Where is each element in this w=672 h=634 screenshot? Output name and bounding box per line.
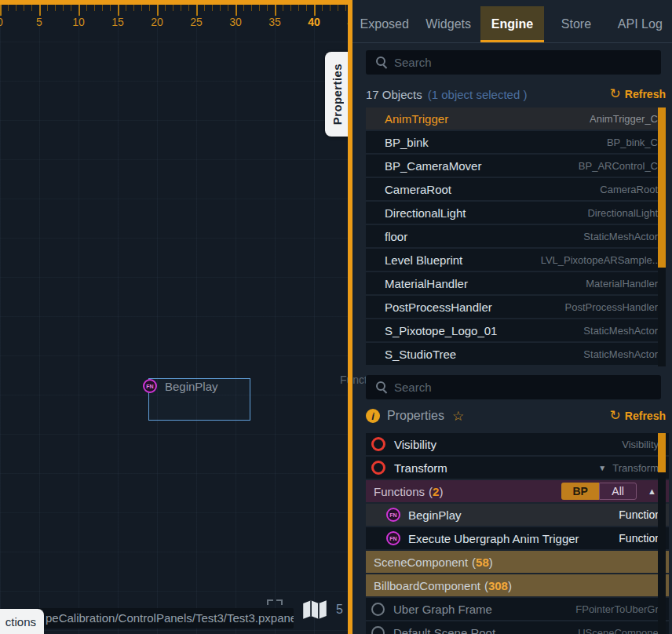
- ruler: 0 5 10 15 20 25 30 35 40 45: [0, 16, 352, 30]
- object-row[interactable]: Level Blueprint LVL_PixotopeARSample..: [366, 249, 666, 271]
- ruler-label: 15: [111, 16, 124, 28]
- refresh-icon: ↻: [610, 89, 621, 100]
- property-circle-icon: [371, 603, 385, 616]
- graph-canvas[interactable]: 0 5 10 15 20 25 30 35 40 45 FN BeginPlay…: [0, 0, 352, 634]
- refresh-icon: ↻: [610, 410, 621, 421]
- object-row[interactable]: BP_CameraMover BP_ARControl_C: [366, 155, 666, 177]
- properties-search-box: [366, 375, 661, 399]
- tab-engine[interactable]: Engine: [480, 6, 544, 42]
- objects-search-box: [366, 50, 661, 75]
- function-badge-icon: FN: [143, 379, 157, 393]
- tab-widgets[interactable]: Widgets: [416, 6, 480, 42]
- functions-filter-bp-button[interactable]: BP: [561, 483, 599, 500]
- property-row-uber-graph-frame[interactable]: Uber Graph Frame FPointerToUberGra: [366, 598, 669, 620]
- billboardcomponent-count: (308): [484, 579, 512, 592]
- ruler-label: 5: [36, 16, 42, 28]
- object-row[interactable]: BP_bink BP_bink_C: [366, 131, 666, 153]
- ruler-label: 20: [151, 16, 163, 28]
- info-icon: i: [366, 409, 380, 423]
- ruler-major-ticks: [0, 5, 352, 16]
- panel-file-path: peCalibration/ControlPanels/Test3/Test3.…: [38, 608, 294, 629]
- begin-play-node[interactable]: FN BeginPlay: [148, 378, 250, 421]
- properties-side-tab-label: Properties: [331, 64, 344, 125]
- object-row[interactable]: DirectionalLight DirectionalLight: [366, 202, 666, 224]
- properties-list: Visibility Visibility Transform ▼ Transf…: [366, 433, 669, 634]
- function-row-execute-ubergraph[interactable]: FN Execute Ubergraph Anim Trigger Functi…: [366, 527, 669, 549]
- object-row[interactable]: AnimTrigger AnimTrigger_C: [366, 107, 666, 129]
- ruler-label: 40: [308, 16, 320, 28]
- objects-search-input[interactable]: [366, 50, 661, 75]
- property-circle-icon: [371, 461, 385, 475]
- object-row[interactable]: PostProcessHandler PostProcessHandler: [366, 296, 666, 318]
- object-row[interactable]: S_Pixotope_Logo_01 StaticMeshActor: [366, 319, 666, 341]
- functions-filter-all-button[interactable]: All: [599, 483, 637, 500]
- objects-header: 17 Objects (1 object selected ) ↻ Refres…: [366, 85, 666, 104]
- properties-header: i Properties ☆ ↻ Refresh: [366, 406, 666, 425]
- properties-side-tab[interactable]: Properties: [325, 52, 349, 137]
- ruler-label: 35: [268, 16, 281, 28]
- favorite-star-icon[interactable]: ☆: [452, 408, 464, 424]
- property-circle-icon: [371, 626, 385, 634]
- selection-border-top: [0, 0, 352, 5]
- property-row-transform[interactable]: Transform ▼ Transform: [366, 457, 669, 479]
- scenecomponent-count: (58): [472, 556, 493, 569]
- properties-refresh-button[interactable]: ↻ Refresh: [610, 410, 666, 422]
- property-row-visibility[interactable]: Visibility Visibility: [366, 433, 669, 455]
- ruler-label: 0: [0, 16, 3, 28]
- minimap-count: 5: [336, 603, 343, 617]
- objects-scrollbar[interactable]: [658, 107, 666, 366]
- function-badge-icon: FN: [386, 508, 400, 522]
- ruler-label: 10: [72, 16, 85, 28]
- properties-scrollbar-thumb[interactable]: [658, 433, 666, 472]
- objects-count: 17 Objects: [366, 88, 422, 101]
- panel-tab-bar: Exposed Widgets Engine Store API Log: [352, 6, 672, 43]
- chevron-up-icon[interactable]: ▲: [648, 486, 656, 496]
- object-row[interactable]: S_StudioTree StaticMeshActor: [366, 343, 666, 365]
- functions-cut-button[interactable]: ctions: [0, 609, 44, 634]
- function-badge-icon: FN: [386, 531, 400, 545]
- properties-title: Properties: [387, 409, 444, 423]
- ruler-label: 30: [229, 16, 242, 28]
- selection-border-right: [348, 0, 352, 634]
- objects-refresh-button[interactable]: ↻ Refresh: [610, 88, 666, 100]
- billboardcomponent-group-header[interactable]: BillboardComponent (308): [366, 574, 669, 596]
- functions-count: (2): [429, 485, 443, 498]
- fit-view-icon[interactable]: [267, 599, 283, 611]
- properties-search-input[interactable]: [366, 375, 661, 399]
- object-row[interactable]: floor StaticMeshActor: [366, 225, 666, 247]
- minimap-icon[interactable]: [302, 599, 327, 623]
- ruler-label: 25: [190, 16, 203, 28]
- scenecomponent-group-header[interactable]: SceneComponent (58): [366, 551, 669, 573]
- objects-scrollbar-thumb[interactable]: [658, 107, 666, 268]
- tab-store[interactable]: Store: [544, 6, 608, 42]
- property-circle-icon: [371, 437, 385, 451]
- properties-scrollbar[interactable]: [658, 433, 666, 634]
- function-row-beginplay[interactable]: FN BeginPlay Function: [366, 504, 669, 526]
- engine-panel: Functio Exposed Widgets Engine Store API…: [352, 0, 672, 634]
- tab-exposed[interactable]: Exposed: [352, 6, 416, 42]
- object-row[interactable]: MaterialHandler MaterialHandler: [366, 272, 666, 294]
- functions-cut-label: ctions: [5, 615, 36, 629]
- property-row-default-scene-root[interactable]: Default Scene Root USceneComponen: [366, 621, 669, 634]
- tab-api-log[interactable]: API Log: [608, 6, 672, 42]
- functions-group-header[interactable]: Functions (2) BP All ▲: [366, 480, 669, 502]
- chevron-down-icon[interactable]: ▼: [598, 464, 606, 472]
- node-title: BeginPlay: [165, 380, 218, 393]
- objects-selected-count: (1 object selected ): [428, 88, 528, 101]
- objects-list: AnimTrigger AnimTrigger_C BP_bink BP_bin…: [366, 107, 666, 366]
- object-row[interactable]: CameraRoot CameraRoot: [366, 178, 666, 200]
